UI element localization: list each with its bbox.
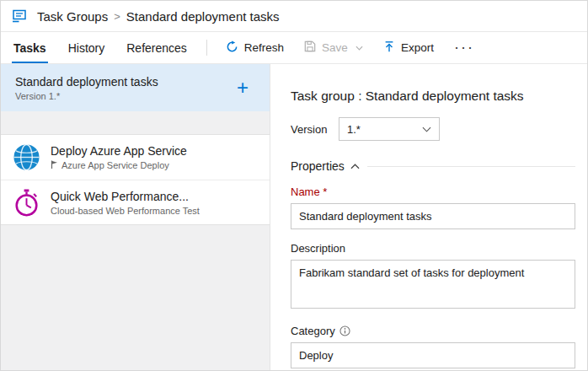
more-button[interactable]: ··· [444, 32, 484, 63]
properties-section-header[interactable]: Properties [291, 159, 575, 173]
version-select[interactable]: 1.* [339, 117, 440, 141]
version-label: Version [291, 123, 339, 136]
flag-icon [51, 160, 58, 170]
task-list: Deploy Azure App Service Azure App Servi… [1, 134, 270, 225]
task-group-version: Version 1.* [15, 91, 158, 101]
description-label: Description [291, 242, 575, 255]
task-item-deploy-azure-app-service[interactable]: Deploy Azure App Service Azure App Servi… [1, 135, 270, 180]
category-label: Category [291, 325, 335, 337]
save-button[interactable]: Save [294, 32, 373, 63]
version-select-value: 1.* [347, 123, 361, 136]
save-icon [304, 40, 316, 55]
task-groups-icon [11, 8, 28, 24]
tab-toolbar-bar: Tasks History References Refresh Save [1, 32, 587, 64]
details-title: Task group : Standard deployment tasks [291, 89, 575, 104]
refresh-button[interactable]: Refresh [216, 32, 294, 63]
add-task-group-button[interactable]: + [230, 78, 255, 98]
name-input[interactable] [291, 203, 575, 229]
save-label: Save [322, 41, 348, 54]
export-icon [383, 40, 395, 56]
task-name: Deploy Azure App Service [51, 144, 187, 158]
task-group-title: Standard deployment tasks [15, 75, 158, 89]
tab-tasks[interactable]: Tasks [3, 32, 57, 63]
azure-app-service-globe-icon [11, 142, 41, 173]
tab-history[interactable]: History [57, 32, 116, 63]
info-icon[interactable] [339, 325, 350, 336]
name-label: Name * [291, 186, 575, 198]
category-input[interactable] [291, 342, 575, 368]
chevron-up-icon [350, 164, 360, 169]
stopwatch-icon [11, 187, 41, 218]
chevron-down-icon[interactable] [355, 46, 363, 51]
description-textarea[interactable]: Fabrikam standard set of tasks for deplo… [291, 260, 575, 309]
task-group-list-panel: Standard deployment tasks Version 1.* + [1, 64, 270, 370]
chevron-down-icon [422, 126, 431, 132]
refresh-label: Refresh [244, 41, 284, 54]
task-group-selected-item[interactable]: Standard deployment tasks Version 1.* + [1, 64, 270, 111]
breadcrumb-separator: > [114, 10, 120, 23]
properties-section-title: Properties [291, 159, 345, 173]
tab-references[interactable]: References [115, 32, 198, 63]
task-subtitle: Azure App Service Deploy [61, 160, 169, 170]
refresh-icon [226, 40, 238, 56]
task-item-quick-web-performance[interactable]: Quick Web Performance... Cloud-based Web… [1, 180, 270, 224]
breadcrumb-item-current: Standard deployment tasks [126, 9, 280, 24]
task-group-details-panel: Task group : Standard deployment tasks V… [270, 64, 587, 370]
breadcrumb-item-root[interactable]: Task Groups [37, 9, 108, 24]
toolbar-divider [206, 40, 207, 56]
section-divider [367, 166, 575, 167]
task-groups-window: Task Groups > Standard deployment tasks … [0, 0, 588, 371]
task-name: Quick Web Performance... [51, 190, 200, 203]
breadcrumb: Task Groups > Standard deployment tasks [1, 1, 587, 32]
task-subtitle: Cloud-based Web Performance Test [51, 206, 200, 216]
export-label: Export [401, 41, 434, 54]
main-content: Standard deployment tasks Version 1.* + [1, 64, 587, 370]
export-button[interactable]: Export [373, 32, 444, 63]
